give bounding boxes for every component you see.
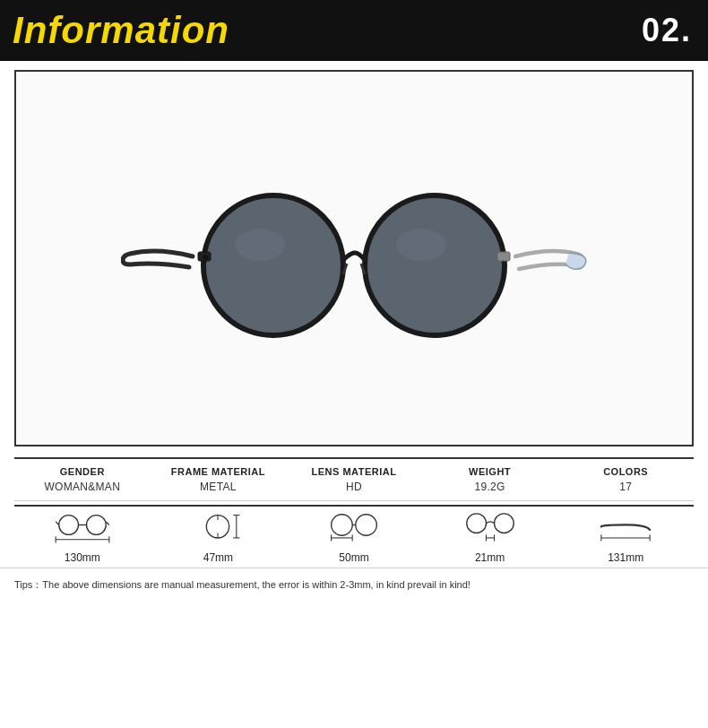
svg-point-0 <box>203 195 343 335</box>
lens-material-value: HD <box>346 481 362 493</box>
page-title: Information <box>13 9 229 52</box>
gender-label: GENDER <box>60 466 105 477</box>
lens-width-icon <box>323 512 385 546</box>
specs-section: GENDER WOMAN&MAN FRAME MATERIAL METAL LE… <box>0 454 708 501</box>
dim-lens-height-value: 47mm <box>203 551 233 564</box>
lens-height-icon <box>186 512 249 546</box>
svg-point-28 <box>466 514 486 533</box>
frame-material-col: FRAME MATERIAL METAL <box>151 466 287 493</box>
specs-table: GENDER WOMAN&MAN FRAME MATERIAL METAL LE… <box>14 457 694 501</box>
page-wrapper: Information 02. <box>0 0 708 728</box>
frame-material-label: FRAME MATERIAL <box>171 466 265 477</box>
colors-col: COLORS 17 <box>557 466 694 493</box>
dim-lens-width: 50mm <box>286 512 422 564</box>
gender-col: GENDER WOMAN&MAN <box>14 466 151 493</box>
svg-point-9 <box>86 516 106 535</box>
svg-point-3 <box>396 229 446 261</box>
svg-point-23 <box>356 515 377 536</box>
svg-point-2 <box>365 195 505 335</box>
svg-line-11 <box>56 522 59 525</box>
dim-total-width: 130mm <box>14 512 151 564</box>
dim-lens-width-value: 50mm <box>339 551 368 564</box>
weight-col: WEIGHT 19.2G <box>422 466 558 493</box>
total-width-icon <box>51 512 114 546</box>
sunglasses-illustration <box>121 142 587 375</box>
tips-text: Tips：The above dimensions are manual mea… <box>14 579 471 590</box>
svg-point-22 <box>332 515 353 536</box>
dim-total-width-value: 130mm <box>65 551 100 564</box>
svg-point-1 <box>235 229 285 261</box>
product-image-container <box>14 70 694 446</box>
weight-label: WEIGHT <box>469 466 511 477</box>
header: Information 02. <box>0 0 708 61</box>
colors-label: COLORS <box>603 466 648 477</box>
lens-material-col: LENS MATERIAL HD <box>286 466 422 493</box>
svg-point-29 <box>494 514 514 533</box>
dim-bridge: 21mm <box>422 512 558 564</box>
svg-point-8 <box>59 516 79 535</box>
page-number: 02. <box>642 12 692 49</box>
lens-material-label: LENS MATERIAL <box>312 466 397 477</box>
dim-lens-height: 47mm <box>151 512 287 564</box>
temple-length-icon <box>594 512 657 546</box>
bridge-icon <box>459 512 522 546</box>
dim-bridge-value: 21mm <box>475 551 505 564</box>
gender-value: WOMAN&MAN <box>44 481 120 493</box>
specs-labels-row: GENDER WOMAN&MAN FRAME MATERIAL METAL LE… <box>14 466 694 493</box>
weight-value: 19.2G <box>474 481 505 493</box>
tips-section: Tips：The above dimensions are manual mea… <box>0 568 708 597</box>
frame-material-value: METAL <box>200 481 237 493</box>
colors-value: 17 <box>619 481 632 493</box>
dimensions-section: 130mm 47mm <box>0 501 708 564</box>
dim-temple-value: 131mm <box>608 551 643 564</box>
dimensions-row: 130mm 47mm <box>14 505 694 564</box>
dim-temple: 131mm <box>557 512 694 564</box>
